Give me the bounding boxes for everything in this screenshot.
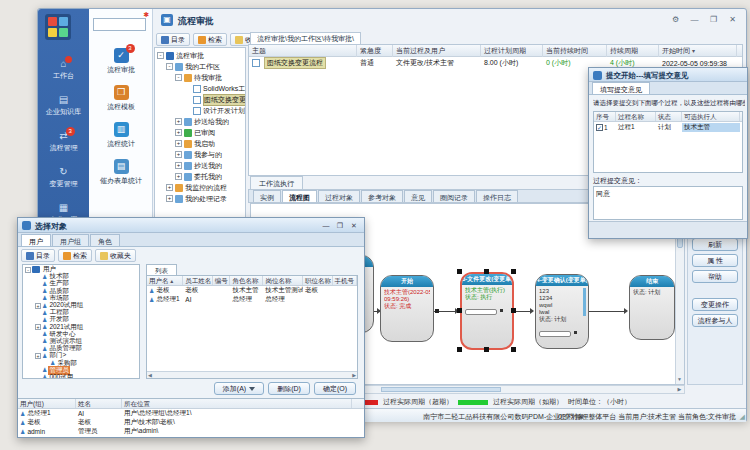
expand-toggle[interactable]: + xyxy=(166,184,173,191)
workflow-node-start[interactable]: 开始 技术主管(2022-05-05 09:59:26) 状态: 完成 xyxy=(380,275,434,342)
workflow-node-change-confirm[interactable]: 4-变更确认(变更单) 123 1234 wqwl lwal 状态: 计划 xyxy=(535,274,589,349)
selection-handle[interactable] xyxy=(484,269,489,274)
tab-roles[interactable]: 角色 xyxy=(90,234,120,246)
tab-instance[interactable]: 实例 xyxy=(253,190,281,202)
workflow-node-end[interactable]: 结束 状态: 计划 xyxy=(629,275,675,340)
selection-handle[interactable] xyxy=(457,269,462,274)
workflow-node-file-change[interactable]: 3-文件更改(变更单) 技术主管(执行) 状态: 执行 xyxy=(460,272,514,350)
tree-item[interactable]: ♟品质部 xyxy=(25,288,139,295)
selection-handle[interactable] xyxy=(511,347,516,352)
selection-handle[interactable] xyxy=(457,308,462,313)
dialog-titlebar[interactable]: 选择对象 — ❐ ✕ xyxy=(18,218,364,233)
expand-toggle[interactable]: + xyxy=(166,195,173,202)
selection-handle[interactable] xyxy=(484,347,489,352)
horizontal-scrollbar[interactable]: ◀▶ xyxy=(147,371,357,378)
tree-item[interactable]: ♟采购部 xyxy=(25,359,139,366)
tree-item[interactable]: +♟2020试用组 xyxy=(25,302,139,309)
column-header[interactable]: 开始时间 ▾ xyxy=(659,45,737,57)
tree-item[interactable]: +已审阅 xyxy=(155,127,245,138)
dialog-titlebar[interactable]: 提交开始---填写提交意见 xyxy=(589,68,747,82)
tree-item[interactable]: ♟000试用 xyxy=(25,374,139,379)
tree-item-selected[interactable]: 图纸交换变更流程(1) xyxy=(155,94,245,105)
sidebar-item-process[interactable]: ⇄3 流程管理 xyxy=(38,127,89,157)
scroll-left-icon[interactable]: ◀ xyxy=(148,372,152,378)
tab-operation-log[interactable]: 操作日志 xyxy=(476,190,518,202)
help-button[interactable]: 帮助 xyxy=(692,270,738,283)
sidebar-item-workbench[interactable]: ⌂ 工作台 xyxy=(38,55,89,85)
add-button[interactable]: 添加(A) xyxy=(214,382,264,395)
column-header[interactable]: 持续周期 xyxy=(607,45,659,57)
selected-row[interactable]: ♟总经理1 AI 用户\总经理组\总经理1\ xyxy=(18,409,364,418)
refresh-button[interactable]: 刷新 xyxy=(692,238,738,251)
column-header[interactable]: 岗位名称 xyxy=(263,276,303,285)
selected-row[interactable]: ♟admin 管理员 用户\admin\ xyxy=(18,427,364,436)
column-header[interactable]: 职位名称 xyxy=(303,276,333,285)
catalog-button[interactable]: 目录 xyxy=(156,33,190,46)
expand-toggle[interactable]: + xyxy=(175,140,182,147)
scroll-down-icon[interactable]: ▼ xyxy=(675,375,684,384)
column-header[interactable]: 过程计划周期 xyxy=(481,45,543,57)
nav-item-process-approval[interactable]: ✓3 流程审批 xyxy=(89,45,153,77)
scrollbar-thumb[interactable] xyxy=(381,387,501,392)
tree-item[interactable]: +♟2021试用组 xyxy=(25,324,139,331)
tree-item[interactable]: SolidWorks工程图审批流程(1) xyxy=(155,83,245,94)
sidebar-item-change[interactable]: ↻ 变更管理 xyxy=(38,163,89,193)
expand-toggle[interactable]: - xyxy=(175,74,182,81)
breadcrumb[interactable]: 流程审批\我的工作区\待我审批\ xyxy=(250,32,361,44)
participants-button[interactable]: 流程参与人 xyxy=(692,314,738,327)
tree-item-selected[interactable]: ♟管理员 xyxy=(25,367,139,374)
column-header[interactable]: 当前持续时间 xyxy=(543,45,607,57)
user-row[interactable]: ♟总经理1 AI 总经理 总经理 xyxy=(147,295,357,304)
tree-item[interactable]: ♟品质管理部 xyxy=(25,345,139,352)
nav-item-form-stats[interactable]: ▤ 催办表单统计 xyxy=(89,156,153,188)
process-row[interactable]: ✓1 过程1 计划 技术主管 xyxy=(594,122,742,132)
column-header[interactable]: 编号 xyxy=(213,276,231,285)
selected-row[interactable]: ♟老板 老板 用户\技术部\老板\ xyxy=(18,418,364,427)
tree-item[interactable]: -我的工作区 xyxy=(155,61,245,72)
tree-item[interactable]: 设计开发计划审批流程(1) xyxy=(155,105,245,116)
column-header[interactable]: 可选执行人 xyxy=(682,112,740,121)
tree-item[interactable]: +我启动 xyxy=(155,138,245,149)
ok-button[interactable]: 确定(O) xyxy=(314,382,356,395)
expand-toggle[interactable]: + xyxy=(175,151,182,158)
close-button[interactable]: ✕ xyxy=(725,13,740,26)
tab-process-objects[interactable]: 过程对象 xyxy=(318,190,360,202)
column-header[interactable]: 主题 xyxy=(249,45,357,57)
tree-item[interactable]: ♟工程部 xyxy=(25,309,139,316)
tree-item[interactable]: +委托我的 xyxy=(155,171,245,182)
search-input[interactable] xyxy=(93,18,146,31)
column-header[interactable]: 紧急度 xyxy=(357,45,393,57)
properties-button[interactable]: 属 性 xyxy=(692,254,738,267)
column-header[interactable]: 状态 xyxy=(656,112,682,121)
expand-toggle[interactable]: + xyxy=(175,162,182,169)
selection-handle[interactable] xyxy=(511,308,516,313)
tree-item[interactable]: ♟技术部 xyxy=(25,273,139,280)
settings-icon[interactable]: ⚙ xyxy=(668,13,683,26)
tree-item[interactable]: +我监控的流程 xyxy=(155,182,245,193)
column-header[interactable]: 过程名称 xyxy=(616,112,656,121)
minimize-button[interactable]: — xyxy=(319,220,333,231)
tab-reference-objects[interactable]: 参考对象 xyxy=(361,190,403,202)
panel-tab-workflow[interactable]: 工作流执行 xyxy=(250,176,303,189)
tab-flowchart[interactable]: 流程图 xyxy=(282,190,317,202)
scroll-right-icon[interactable]: ▶ xyxy=(352,372,356,378)
tree-item[interactable]: ♟生产部 xyxy=(25,280,139,287)
search-button[interactable]: 检索 xyxy=(58,249,92,262)
delete-button[interactable]: 删除(D) xyxy=(268,382,310,395)
search-button[interactable]: 检索 xyxy=(193,33,227,46)
column-header[interactable]: 员工姓名 xyxy=(183,276,213,285)
tree-item[interactable]: +我参与的 xyxy=(155,149,245,160)
expand-toggle[interactable]: + xyxy=(175,118,182,125)
sidebar-item-knowledge[interactable]: ▤ 企业知识库 xyxy=(38,91,89,121)
column-header[interactable]: 角色名称 xyxy=(230,276,263,285)
maximize-button[interactable]: ❐ xyxy=(333,220,347,231)
tree-item[interactable]: +抄送我的 xyxy=(155,160,245,171)
column-header[interactable]: 用户(组) xyxy=(18,399,76,408)
tree-item[interactable]: -待我审批 xyxy=(155,72,245,83)
tab-user-groups[interactable]: 用户组 xyxy=(52,234,89,246)
tree-item[interactable]: +我的处理记录 xyxy=(155,193,245,204)
column-header[interactable]: 姓名 xyxy=(76,399,122,408)
column-header[interactable]: 序号 xyxy=(594,112,616,121)
tree-item[interactable]: -用户 xyxy=(25,266,139,273)
scroll-right-icon[interactable]: ▶ xyxy=(675,385,684,394)
